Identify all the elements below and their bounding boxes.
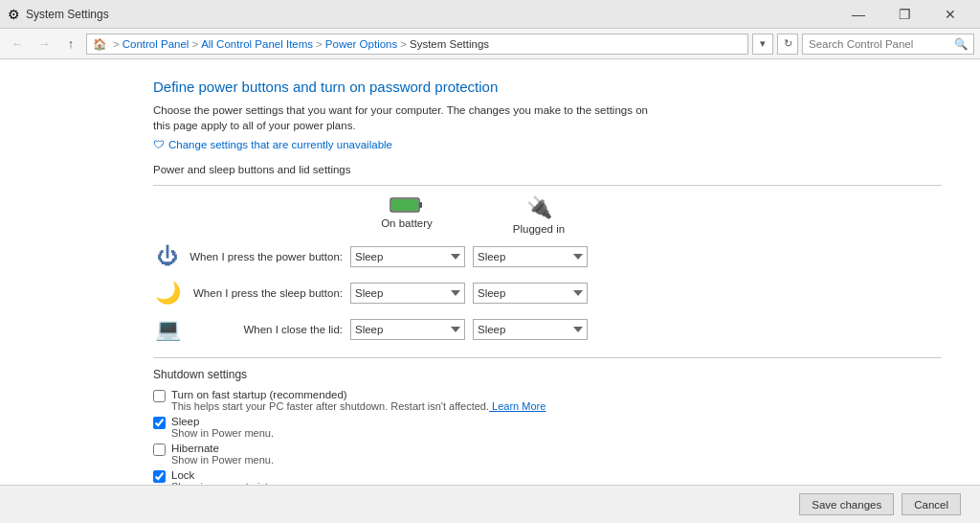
close-button[interactable]: ✕: [928, 0, 972, 29]
plugged-in-header: 🔌 Plugged in: [477, 195, 601, 235]
battery-select[interactable]: Do nothingSleepHibernateShut downTurn of…: [350, 246, 465, 267]
setting-row: ⏻When I press the power button:Do nothin…: [153, 242, 942, 271]
title-bar-title: System Settings: [26, 8, 836, 21]
save-button[interactable]: Save changes: [799, 493, 894, 515]
breadcrumb-all-items[interactable]: All Control Panel Items: [201, 38, 313, 50]
shutdown-item: HibernateShow in Power menu.: [153, 443, 942, 466]
shutdown-section: Shutdown settings Turn on fast startup (…: [153, 357, 942, 485]
shutdown-items: Turn on fast startup (recommended)This h…: [153, 389, 942, 485]
breadcrumb-dropdown-button[interactable]: ▾: [752, 34, 773, 55]
shutdown-item-sub: Show in Power menu.: [171, 454, 274, 466]
shutdown-item-label: Lock: [171, 469, 315, 481]
plugged-select[interactable]: Do nothingSleepHibernateShut downTurn of…: [473, 283, 588, 304]
title-bar-controls: — ❐ ✕: [836, 0, 972, 29]
page-description: Choose the power settings that you want …: [153, 102, 651, 133]
shutdown-item-label: Sleep: [171, 416, 274, 427]
breadcrumb-bar: 🏠 > Control Panel > All Control Panel It…: [86, 34, 748, 55]
maximize-button[interactable]: ❐: [882, 0, 926, 29]
shutdown-title: Shutdown settings: [153, 368, 942, 381]
forward-button[interactable]: →: [33, 33, 56, 56]
setting-row-label: When I close the lid:: [189, 324, 343, 335]
page-title: Define power buttons and turn on passwor…: [153, 79, 942, 95]
search-bar: 🔍: [802, 34, 974, 55]
shutdown-item-sub: Show in Power menu.: [171, 427, 274, 439]
setting-row-label: When I press the sleep button:: [189, 287, 343, 299]
up-button[interactable]: ↑: [59, 33, 82, 56]
shutdown-item-label: Hibernate: [171, 443, 274, 454]
power-column-headers: On battery 🔌 Plugged in: [345, 195, 942, 235]
learn-more-link[interactable]: Learn More: [489, 400, 546, 412]
back-button[interactable]: ←: [6, 33, 29, 56]
section-label: Power and sleep buttons and lid settings: [153, 164, 942, 175]
shutdown-item-sub: This helps start your PC faster after sh…: [171, 400, 546, 412]
battery-icon: [390, 195, 424, 215]
shutdown-checkbox[interactable]: [153, 417, 166, 429]
svg-rect-2: [391, 199, 418, 211]
title-bar: ⚙ System Settings — ❐ ✕: [0, 0, 980, 29]
shield-icon: 🛡: [153, 139, 165, 150]
main-content: Define power buttons and turn on passwor…: [0, 59, 980, 485]
battery-select[interactable]: Do nothingSleepHibernateShut downTurn of…: [350, 319, 465, 340]
shutdown-checkbox[interactable]: [153, 443, 166, 456]
shutdown-checkbox[interactable]: [153, 470, 166, 483]
title-bar-icon: ⚙: [8, 7, 20, 22]
setting-rows: ⏻When I press the power button:Do nothin…: [153, 242, 942, 344]
shutdown-checkbox[interactable]: [153, 390, 166, 402]
section-divider: [153, 185, 942, 186]
breadcrumb-current: System Settings: [410, 38, 489, 50]
plug-icon: 🔌: [526, 195, 552, 220]
search-icon: 🔍: [954, 37, 968, 51]
minimize-button[interactable]: —: [836, 0, 880, 29]
breadcrumb-icon: 🏠: [93, 37, 106, 51]
setting-row: 🌙When I press the sleep button:Do nothin…: [153, 279, 942, 307]
cancel-button[interactable]: Cancel: [902, 493, 961, 515]
plugged-select[interactable]: Do nothingSleepHibernateShut downTurn of…: [473, 246, 588, 267]
setting-row-label: When I press the power button:: [189, 251, 343, 262]
power-icon: ⏻: [153, 242, 182, 271]
on-battery-header: On battery: [345, 195, 469, 235]
breadcrumb-power-options[interactable]: Power Options: [325, 38, 397, 50]
bottom-bar: Save changes Cancel: [0, 485, 980, 523]
shutdown-item: Turn on fast startup (recommended)This h…: [153, 389, 942, 412]
address-bar: ← → ↑ 🏠 > Control Panel > All Control Pa…: [0, 29, 980, 59]
lid-icon: 💻: [153, 315, 182, 344]
shutdown-item: LockShow in account picture menu.: [153, 469, 942, 485]
refresh-button[interactable]: ↻: [777, 34, 798, 55]
plugged-select[interactable]: Do nothingSleepHibernateShut downTurn of…: [473, 319, 588, 340]
sleep-icon: 🌙: [153, 279, 182, 307]
search-input[interactable]: [809, 38, 950, 50]
svg-rect-1: [419, 202, 422, 208]
battery-select[interactable]: Do nothingSleepHibernateShut downTurn of…: [350, 283, 465, 304]
breadcrumb-control-panel[interactable]: Control Panel: [122, 38, 189, 50]
setting-row: 💻When I close the lid:Do nothingSleepHib…: [153, 315, 942, 344]
change-settings-link[interactable]: 🛡 Change settings that are currently una…: [153, 139, 942, 150]
shutdown-item-label: Turn on fast startup (recommended): [171, 389, 546, 400]
shutdown-item: SleepShow in Power menu.: [153, 416, 942, 439]
shutdown-divider: [153, 357, 942, 358]
